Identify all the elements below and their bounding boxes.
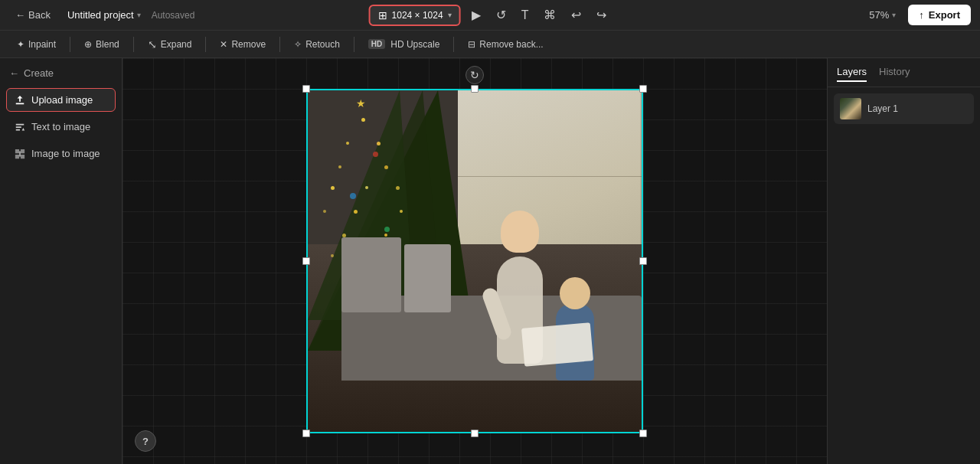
topbar-center: ⊞ 1024 × 1024 ▾ ▶ ↺ T ⌘ ↩ ↪: [369, 5, 612, 26]
redo-icon: ↪: [596, 8, 606, 22]
canvas-icon: ⊞: [378, 9, 387, 21]
inpaint-button[interactable]: ✦ Inpaint: [9, 36, 64, 53]
expand-icon: ⤡: [148, 38, 157, 51]
canvas-chevron-icon: ▾: [448, 11, 452, 19]
retouch-button[interactable]: ✧ Retouch: [286, 36, 348, 53]
handle-bottom-right[interactable]: [639, 430, 647, 437]
remove-back-button[interactable]: ⊟ Remove back...: [460, 36, 550, 53]
sidebar-item-image-to-image[interactable]: Image to image: [6, 142, 116, 165]
layer-thumbnail: [840, 98, 861, 119]
link-icon: ⌘: [544, 8, 556, 22]
canvas-image-container[interactable]: ↻: [306, 89, 643, 433]
handle-top-left[interactable]: [302, 85, 310, 93]
topbar: ← Back Untitled project ▾ Autosaved ⊞ 10…: [0, 0, 980, 31]
play-icon: ▶: [472, 8, 481, 22]
right-panel-tabs: Layers History: [828, 58, 980, 87]
left-panel: ← Create Upload image Text to image: [0, 58, 122, 464]
project-name-label: Untitled project: [67, 9, 134, 21]
blend-label: Blend: [96, 39, 119, 50]
layers-list: Layer 1: [828, 87, 980, 130]
toolbar-divider-6: [453, 37, 454, 52]
help-icon: ?: [142, 436, 149, 447]
export-icon: ↑: [919, 9, 924, 21]
handle-top-mid[interactable]: [471, 85, 479, 93]
inpaint-icon: ✦: [17, 39, 24, 50]
panel-title-label: Create: [24, 67, 54, 79]
autosaved-label: Autosaved: [152, 10, 195, 21]
rotate-ccw-icon: ↺: [496, 8, 506, 22]
remove-icon: ✕: [220, 39, 227, 50]
toolbar-divider-4: [279, 37, 280, 52]
handle-mid-left[interactable]: [302, 257, 310, 265]
text-button[interactable]: T: [517, 5, 534, 25]
upscale-button[interactable]: HD HD Upscale: [361, 36, 447, 53]
expand-button[interactable]: ⤡ Expand: [140, 35, 200, 54]
image-to-image-label: Image to image: [31, 148, 100, 159]
zoom-button[interactable]: 57% ▾: [863, 6, 902, 24]
zoom-level: 57%: [869, 9, 889, 21]
export-button[interactable]: ↑ Export: [908, 5, 971, 25]
right-panel: Layers History Layer 1: [827, 58, 980, 464]
help-button[interactable]: ?: [135, 430, 156, 452]
zoom-chevron-icon: ▾: [892, 11, 896, 19]
export-label: Export: [929, 9, 960, 21]
sidebar-item-upload-image[interactable]: Upload image: [6, 88, 116, 112]
upload-image-icon: [15, 95, 25, 106]
remove-label: Remove: [231, 39, 266, 50]
toolbar-divider-5: [354, 37, 354, 52]
undo-button[interactable]: ↩: [567, 5, 586, 25]
rotate-handle[interactable]: ↻: [466, 66, 484, 84]
topbar-right: 57% ▾ ↑ Export: [863, 5, 971, 25]
toolbar2: ✦ Inpaint ⊕ Blend ⤡ Expand ✕ Remove ✧ Re…: [0, 31, 980, 58]
upscale-label: HD Upscale: [390, 39, 439, 50]
tab-history[interactable]: History: [879, 63, 910, 82]
redo-button[interactable]: ↪: [592, 5, 611, 25]
upload-image-label: Upload image: [31, 94, 93, 106]
expand-label: Expand: [161, 39, 192, 50]
blend-button[interactable]: ⊕ Blend: [77, 36, 127, 53]
text-icon: T: [521, 8, 529, 22]
upscale-badge: HD: [368, 39, 385, 49]
inpaint-label: Inpaint: [28, 39, 56, 50]
remove-back-icon: ⊟: [468, 39, 475, 50]
play-button[interactable]: ▶: [467, 5, 485, 25]
panel-back-icon: ←: [9, 67, 19, 79]
canvas-area[interactable]: ↻: [122, 58, 827, 464]
undo-icon: ↩: [571, 8, 581, 22]
panel-title: ← Create: [6, 67, 116, 79]
back-button[interactable]: ← Back: [9, 6, 57, 24]
layer-name: Layer 1: [867, 103, 898, 114]
tab-layers[interactable]: Layers: [837, 63, 867, 82]
blend-icon: ⊕: [84, 39, 92, 50]
project-name[interactable]: Untitled project ▾: [63, 6, 145, 24]
text-to-image-label: Text to image: [31, 121, 90, 132]
text-to-image-icon: [15, 122, 25, 132]
canvas-size-button[interactable]: ⊞ 1024 × 1024 ▾: [369, 5, 461, 26]
image-to-image-icon: [15, 149, 25, 159]
remove-button[interactable]: ✕ Remove: [212, 36, 273, 53]
retouch-label: Retouch: [305, 39, 340, 50]
rotate-ccw-button[interactable]: ↺: [492, 5, 511, 25]
toolbar-divider-1: [70, 37, 70, 52]
link-button[interactable]: ⌘: [539, 5, 560, 25]
back-icon: ←: [15, 9, 25, 21]
sidebar-item-text-to-image[interactable]: Text to image: [6, 115, 116, 139]
toolbar-divider-2: [133, 37, 134, 52]
retouch-icon: ✧: [294, 39, 302, 50]
handle-mid-right[interactable]: [639, 257, 647, 265]
handle-top-right[interactable]: [639, 85, 647, 93]
rotate-icon: ↻: [470, 69, 479, 81]
main-layout: ← Create Upload image Text to image: [0, 58, 980, 464]
toolbar-divider-3: [205, 37, 206, 52]
project-chevron-icon: ▾: [137, 11, 141, 19]
history-tab-label: History: [879, 66, 910, 77]
canvas-size-label: 1024 × 1024: [392, 10, 443, 21]
layer-item[interactable]: Layer 1: [834, 93, 974, 124]
remove-back-label: Remove back...: [479, 39, 543, 50]
canvas-image: ★: [306, 89, 643, 433]
layers-tab-label: Layers: [837, 66, 867, 77]
back-label: Back: [28, 9, 51, 21]
handle-bottom-left[interactable]: [302, 430, 310, 437]
handle-bottom-mid[interactable]: [471, 430, 479, 437]
